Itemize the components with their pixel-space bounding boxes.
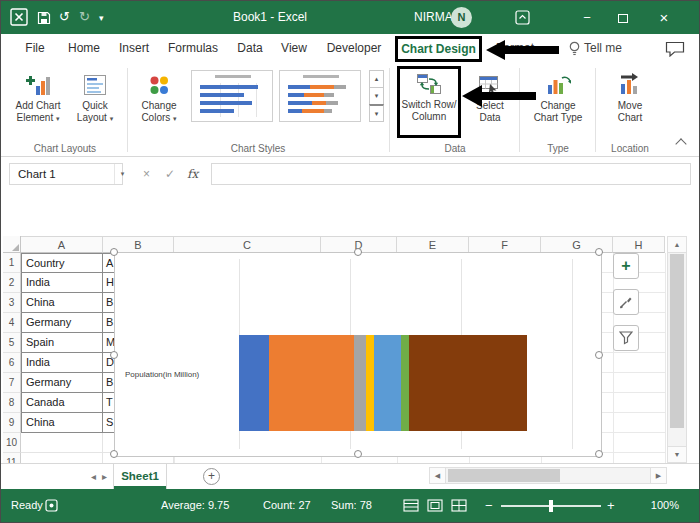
cell-A7[interactable]: Germany: [21, 373, 103, 393]
cell-A10[interactable]: [21, 433, 103, 453]
chart-filters-button[interactable]: [613, 325, 639, 351]
comment-icon[interactable]: [665, 41, 685, 57]
ribbon-display-options-icon[interactable]: [515, 10, 530, 25]
formula-cancel-icon[interactable]: ×: [143, 163, 150, 185]
row-header-2[interactable]: 2: [3, 273, 21, 293]
avatar[interactable]: N: [451, 7, 472, 28]
chart-segment-4[interactable]: [366, 335, 374, 431]
cell-A1[interactable]: Country: [21, 253, 103, 273]
column-header-A[interactable]: A: [21, 236, 103, 253]
qat-customize-icon[interactable]: ▾: [99, 10, 104, 26]
tab-insert[interactable]: Insert: [111, 34, 157, 63]
tab-formulas[interactable]: Formulas: [161, 34, 225, 63]
cell-A8[interactable]: Canada: [21, 393, 103, 413]
chart-segment-7[interactable]: [409, 335, 527, 431]
undo-icon[interactable]: ↺: [59, 9, 70, 25]
row-header-4[interactable]: 4: [3, 313, 21, 333]
zoom-slider-thumb[interactable]: [549, 500, 553, 512]
row-header-6[interactable]: 6: [3, 353, 21, 373]
new-sheet-button[interactable]: +: [203, 468, 220, 485]
row-header-7[interactable]: 7: [3, 373, 21, 393]
tell-me[interactable]: Tell me: [584, 34, 622, 63]
sheet-nav-left-icon[interactable]: ◂: [91, 464, 96, 489]
row-header-8[interactable]: 8: [3, 393, 21, 413]
tab-file[interactable]: File: [15, 34, 55, 63]
row-header-10[interactable]: 10: [3, 433, 21, 453]
horizontal-scroll-thumb[interactable]: [448, 469, 560, 482]
vertical-scrollbar[interactable]: ▲ ▼: [667, 236, 687, 463]
tab-home[interactable]: Home: [61, 34, 107, 63]
sheet-tab-sheet1[interactable]: Sheet1: [113, 464, 167, 489]
chart-style-thumbnail-1[interactable]: [191, 70, 273, 122]
embedded-chart[interactable]: Population(in Million): [114, 252, 602, 457]
cell-A9[interactable]: China: [21, 413, 103, 433]
gallery-more-button[interactable]: ▾: [369, 104, 384, 122]
zoom-in-button[interactable]: +: [607, 489, 615, 522]
scroll-left-arrow[interactable]: ◀: [430, 468, 446, 483]
page-layout-view-icon[interactable]: [427, 499, 443, 512]
name-box-caret-icon[interactable]: ▾: [114, 164, 130, 184]
tab-view[interactable]: View: [273, 34, 315, 63]
cell-A2[interactable]: India: [21, 273, 103, 293]
minimize-button[interactable]: −: [569, 1, 605, 34]
save-icon[interactable]: [37, 11, 51, 25]
zoom-out-button[interactable]: −: [485, 489, 493, 522]
change-chart-type-button[interactable]: Change Chart Type: [527, 67, 589, 139]
tab-data[interactable]: Data: [229, 34, 271, 63]
normal-view-icon[interactable]: [403, 499, 419, 512]
cell-A4[interactable]: Germany: [21, 313, 103, 333]
chart-handle-mid-left[interactable]: [110, 351, 118, 359]
move-chart-button[interactable]: Move Chart: [603, 67, 657, 139]
status-average[interactable]: Average: 9.75: [161, 489, 229, 522]
close-button[interactable]: ×: [641, 1, 687, 34]
gallery-scroll-up[interactable]: ▴: [369, 70, 384, 88]
chart-handle-mid-right[interactable]: [595, 351, 603, 359]
change-colors-button[interactable]: Change Colors ▾: [133, 67, 185, 139]
chart-style-thumbnail-2[interactable]: [279, 70, 361, 122]
row-header-3[interactable]: 3: [3, 293, 21, 313]
tab-chart-design[interactable]: Chart Design: [395, 36, 482, 62]
scroll-down-arrow[interactable]: ▼: [668, 446, 686, 462]
chart-styles-button[interactable]: [613, 289, 639, 315]
cell-A5[interactable]: Spain: [21, 333, 103, 353]
collapse-ribbon-icon[interactable]: [675, 138, 686, 149]
gallery-scroll-down[interactable]: ▾: [369, 87, 384, 105]
scroll-right-arrow[interactable]: ▶: [650, 468, 666, 483]
column-header-F[interactable]: F: [469, 236, 541, 253]
macro-record-icon[interactable]: [45, 499, 58, 512]
page-break-view-icon[interactable]: [451, 499, 467, 512]
scroll-up-arrow[interactable]: ▲: [668, 237, 686, 253]
column-header-E[interactable]: E: [397, 236, 469, 253]
insert-function-icon[interactable]: fx: [187, 163, 198, 185]
column-header-H[interactable]: H: [613, 236, 665, 253]
status-count[interactable]: Count: 27: [263, 489, 311, 522]
name-box[interactable]: Chart 1 ▾: [9, 163, 123, 185]
cell-A6[interactable]: India: [21, 353, 103, 373]
column-header-C[interactable]: C: [174, 236, 321, 253]
chart-handle-top-right[interactable]: [595, 248, 603, 256]
chart-segment-3[interactable]: [354, 335, 366, 431]
add-chart-element-button[interactable]: Add Chart Element ▾: [9, 67, 67, 139]
row-header-9[interactable]: 9: [3, 413, 21, 433]
maximize-button[interactable]: [605, 1, 641, 34]
formula-input[interactable]: [211, 163, 691, 185]
vertical-scroll-thumb[interactable]: [670, 254, 684, 428]
chart-handle-top-left[interactable]: [110, 248, 118, 256]
chart-segment-6[interactable]: [401, 335, 409, 431]
quick-layout-button[interactable]: Quick Layout ▾: [69, 67, 121, 139]
status-sum[interactable]: Sum: 78: [331, 489, 372, 522]
sheet-nav-right-icon[interactable]: ▸: [102, 464, 107, 489]
chart-handle-bottom-right[interactable]: [595, 450, 603, 458]
horizontal-scrollbar[interactable]: ◀ ▶: [429, 467, 667, 484]
chart-segment-1[interactable]: [239, 335, 269, 431]
zoom-level[interactable]: 100%: [635, 489, 679, 522]
chart-segment-5[interactable]: [374, 335, 401, 431]
chart-handle-bottom-center[interactable]: [354, 450, 362, 458]
select-all-corner[interactable]: [3, 236, 21, 253]
chart-handle-top-center[interactable]: [354, 248, 362, 256]
redo-icon[interactable]: ↻: [79, 9, 90, 25]
cell-A3[interactable]: China: [21, 293, 103, 313]
formula-enter-icon[interactable]: ✓: [165, 163, 175, 185]
chart-segment-2[interactable]: [269, 335, 354, 431]
chart-elements-button[interactable]: +: [613, 253, 639, 279]
